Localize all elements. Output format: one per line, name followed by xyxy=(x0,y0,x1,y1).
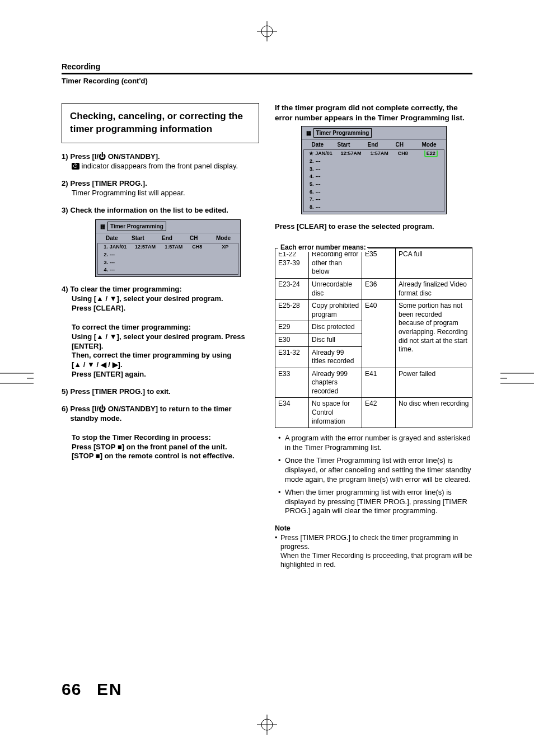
table-row: 1. JAN/01 12:57AM 1:57AM CH8 XP xyxy=(98,243,238,251)
timer-rec-icon: ⏱ xyxy=(72,163,79,170)
error-code-highlight: E22 xyxy=(424,151,438,157)
table-row: 2.--- xyxy=(304,158,444,166)
col-mode: Mode xyxy=(418,141,441,148)
table-row: 3.--- xyxy=(304,166,444,173)
step-4-head: To clear the timer programming: xyxy=(71,285,182,294)
col-date: Date xyxy=(106,234,132,242)
error-table: E1-22 E37-39 Recording error other than … xyxy=(275,248,472,428)
panel-icon: ▦ xyxy=(306,129,311,137)
col-end: End xyxy=(162,234,190,242)
intro-text: If the timer program did not complete co… xyxy=(275,103,472,123)
step-4-line1: Using [▲ / ▼], select your desired progr… xyxy=(72,294,259,304)
press-clear-text: Press [CLEAR] to erase the selected prog… xyxy=(275,222,472,232)
table-row: E25-28 Copy prohibited program E40 Some … xyxy=(275,300,472,321)
note-line2: When the Timer Recording is proceeding, … xyxy=(275,551,472,570)
left-column: Checking, canceling, or correcting the t… xyxy=(62,103,259,570)
registration-mark-right xyxy=(500,371,534,386)
step-5: 5)Press [TIMER PROG.] to exit. xyxy=(62,387,259,397)
divider xyxy=(62,73,472,74)
step-6: 6)Press [I/⏻ ON/STANDBY] to return to th… xyxy=(62,405,259,461)
table-row: 3.--- xyxy=(98,259,238,267)
table-row: 6.--- xyxy=(304,189,444,196)
label-line xyxy=(367,247,472,248)
table-row: 7.--- xyxy=(304,196,444,204)
note-line1: Press [TIMER PROG.] to check the timer p… xyxy=(275,533,472,552)
step-1-head: Press [I/⏻ ON/STANDBY]. xyxy=(71,152,160,162)
step-4-correct-head: To correct the timer programming: xyxy=(72,323,259,332)
step-4-correct-l4: Press [ENTER] again. xyxy=(72,370,259,379)
step-1: 1)Press [I/⏻ ON/STANDBY]. ⏱ indicator di… xyxy=(62,152,259,171)
col-start: Start xyxy=(338,141,368,148)
table-row: 2.--- xyxy=(98,251,238,259)
step-2-head: Press [TIMER PROG.]. xyxy=(71,179,147,189)
step-4-correct-l3: [▲ / ▼ / ◀ / ▶]. xyxy=(72,360,259,370)
col-start: Start xyxy=(132,234,162,242)
panel-rows: ★ JAN/01 12:57AM 1:57AM CH8 E22 2.--- 3.… xyxy=(303,149,444,212)
page-number: 66 xyxy=(62,680,81,698)
table-row: E23-24 Unrecordable disc E36 Already fin… xyxy=(275,278,472,299)
step-4-correct-l2: Then, correct the timer programming by u… xyxy=(72,351,259,360)
registration-mark-top xyxy=(257,21,277,41)
step-4: 4)To clear the timer programming: Using … xyxy=(62,285,259,379)
table-row: E1-22 E37-39 Recording error other than … xyxy=(275,248,472,279)
step-2-body: Timer Programming list will appear. xyxy=(72,189,259,198)
note-heading: Note xyxy=(275,524,472,533)
list-item: A program with the error number is graye… xyxy=(275,434,472,453)
list-item: Once the Timer Programming list with err… xyxy=(275,456,472,485)
col-date: Date xyxy=(312,141,338,148)
subsection-header: Timer Recording (cont'd) xyxy=(62,77,472,86)
error-table-label: Each error number means: xyxy=(278,243,368,252)
section-header: Recording xyxy=(62,62,472,72)
right-column: If the timer program did not complete co… xyxy=(275,103,472,570)
panel-header-row: Date Start End CH Mode xyxy=(96,233,240,243)
panel-header-row: Date Start End CH Mode xyxy=(302,139,446,149)
notes-list: A program with the error number is graye… xyxy=(275,434,472,516)
col-mode: Mode xyxy=(212,234,235,242)
step-3-head: Check the information on the list to be … xyxy=(71,206,228,215)
timer-panel-right: ▦Timer Programming Date Start End CH Mod… xyxy=(301,126,447,214)
registration-mark-left xyxy=(0,371,34,386)
col-ch: CH xyxy=(396,141,418,148)
stop-head: To stop the Timer Recording in process: xyxy=(72,433,259,443)
table-row: 8.--- xyxy=(304,204,444,212)
stop-l2: [STOP ■] on the remote control is not ef… xyxy=(72,452,259,461)
page-footer: 66 EN xyxy=(62,678,123,700)
stop-l1: Press [STOP ■] on the front panel of the… xyxy=(72,443,259,452)
timer-panel-left: ▦Timer Programming Date Start End CH Mod… xyxy=(95,219,241,277)
step-2: 2)Press [TIMER PROG.]. Timer Programming… xyxy=(62,179,259,198)
table-row: 4.--- xyxy=(98,266,238,274)
panel-title: Timer Programming xyxy=(313,128,372,138)
table-row: E33 Already 999 chapters recorded E41 Po… xyxy=(275,368,472,398)
table-row: E34 No space for Control information E42… xyxy=(275,398,472,428)
list-item: When the timer programming list with err… xyxy=(275,488,472,516)
col-end: End xyxy=(368,141,396,148)
panel-rows: 1. JAN/01 12:57AM 1:57AM CH8 XP 2.--- 3.… xyxy=(97,243,238,275)
page-lang: EN xyxy=(97,680,123,698)
step-1-body: indicator disappears from the front pane… xyxy=(79,162,238,170)
table-row: 5.--- xyxy=(304,181,444,189)
step-6-head: Press [I/⏻ ON/STANDBY] to return to the … xyxy=(71,405,259,424)
panel-title: Timer Programming xyxy=(107,222,166,231)
step-4-correct-l1: Using [▲ / ▼], select your desired progr… xyxy=(72,332,259,351)
step-5-head: Press [TIMER PROG.] to exit. xyxy=(71,387,171,397)
col-ch: CH xyxy=(190,234,212,242)
panel-icon: ▦ xyxy=(100,223,105,230)
table-row: ★ JAN/01 12:57AM 1:57AM CH8 E22 xyxy=(304,150,444,158)
registration-mark-bottom xyxy=(257,715,277,735)
topic-title: Checking, canceling, or correcting the t… xyxy=(62,103,259,143)
step-3: 3)Check the information on the list to b… xyxy=(62,206,259,278)
table-row: 4.--- xyxy=(304,173,444,181)
step-4-line2: Press [CLEAR]. xyxy=(72,304,259,313)
